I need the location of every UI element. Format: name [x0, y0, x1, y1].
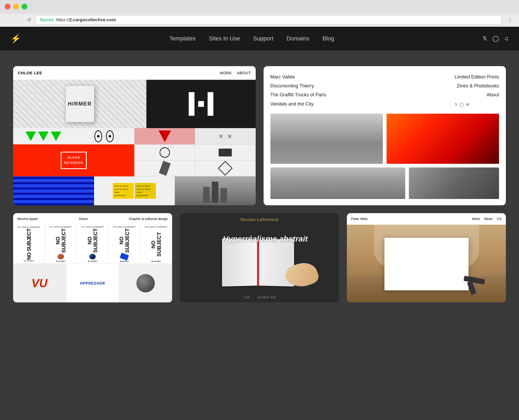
twitter-icon[interactable]: 𝕏 [482, 35, 487, 42]
mischa-body: IT'S JUST A CONCEPT NO SUBJECT 31-10-201… [13, 225, 172, 302]
nicolas-link-1[interactable]: Link [243, 295, 250, 299]
mischa-description: Graphic & editorial design [129, 217, 168, 221]
forward-button[interactable]: → [15, 16, 22, 24]
peter-nav-news[interactable]: News [484, 217, 493, 221]
marc-right-1[interactable]: Limited Edition Prints [455, 72, 499, 81]
h-logo-shape [189, 92, 213, 116]
instagram-icon[interactable]: ◯ [492, 35, 499, 42]
x-marks-cell: × × [195, 128, 256, 144]
mischa-name: Mischa Appel [17, 217, 38, 221]
vu-text: VU [32, 277, 48, 289]
h-logo-cell [146, 80, 255, 128]
marc-photos-bottom [270, 167, 499, 199]
peter-body [347, 225, 506, 302]
hirmer-book: HIRMER [65, 86, 94, 122]
x-mark-1: × [219, 132, 223, 141]
mischa-poster-3: IT'S JUST A CONCEPT NO SUBJECT 31-10-201… [77, 225, 109, 264]
arrow-1 [25, 132, 36, 141]
green-arrows-cell [13, 128, 74, 144]
marc-item-2[interactable]: Documenting Thierry [270, 81, 326, 90]
card-nicolas-lallemand[interactable]: Nicolas Lallemand Hyperréalisme abstrait [180, 213, 339, 302]
secure-badge: Secure [40, 18, 54, 22]
marc-item-3[interactable]: The Graffiti Trucks of Paris [270, 90, 326, 99]
mischa-about[interactable]: About [79, 217, 88, 221]
hirmer-cell: HIRMER [13, 80, 146, 128]
marc-right-2[interactable]: Zines & Photobooks [455, 81, 499, 90]
nicolas-header: Nicolas Lallemand [180, 213, 339, 226]
peter-nav: Work News CV [472, 217, 502, 221]
chloe-nav: WORK ABOUT [220, 71, 251, 75]
mischa-vu-cell: VU [13, 264, 66, 302]
peter-nav-cv[interactable]: CV [497, 217, 502, 221]
nicolas-link-2[interactable]: Another link [258, 295, 276, 299]
arrow-2 [38, 132, 49, 141]
nav-domains[interactable]: Domains [286, 35, 309, 42]
close-button[interactable] [5, 4, 11, 9]
card-mischa-appel[interactable]: Mischa Appel About Graphic & editorial d… [13, 213, 172, 302]
eye-2 [106, 130, 114, 142]
marc-nav-right: Limited Edition Prints Zines & Photobook… [455, 72, 499, 108]
marc-photo-man [270, 114, 383, 164]
chloe-header: CHLOE LEE WORK ABOUT [13, 66, 256, 80]
yellow-tickets-cell: YEAR OF BIRTH YEAR OF DEATH TERM DESTINA… [94, 176, 175, 205]
soundcloud-icon[interactable]: ♫ [504, 35, 509, 42]
nav-templates[interactable]: Templates [169, 35, 196, 42]
minimize-button[interactable] [13, 4, 19, 9]
chloe-name: CHLOE LEE [18, 71, 42, 75]
bottom-grid: Mischa Appel About Graphic & editorial d… [13, 213, 506, 302]
peter-nav-work[interactable]: Work [472, 217, 480, 221]
mischa-poster-row: IT'S JUST A CONCEPT NO SUBJECT 31-10-201… [13, 225, 172, 264]
arch-photo-cell [175, 176, 256, 205]
nav-sites-in-use[interactable]: Sites In Use [209, 35, 240, 42]
nav-support[interactable]: Support [253, 35, 273, 42]
marc-inner: Marc Vallée Documenting Thierry The Graf… [264, 66, 506, 205]
url-display: https://2.cargocollective.com [56, 17, 116, 23]
card-chloe-lee[interactable]: CHLOE LEE WORK ABOUT HIRMER [13, 66, 256, 205]
chloe-nav-about[interactable]: ABOUT [237, 71, 251, 75]
address-bar[interactable]: Secure https://2.cargocollective.com [36, 15, 502, 24]
arrow-3 [51, 132, 61, 141]
site-logo[interactable]: ⚡ [11, 34, 21, 44]
bottom-row: YEAR OF BIRTH YEAR OF DEATH TERM DESTINA… [13, 176, 256, 205]
marc-photo-graffiti [409, 167, 499, 199]
ticket-1: YEAR OF BIRTH YEAR OF DEATH TERM DESTINA… [113, 183, 134, 199]
marc-instagram-icon[interactable]: ◯ [460, 101, 464, 108]
marc-twitter-icon[interactable]: 𝕏 [455, 101, 458, 108]
eye-1 [94, 130, 102, 142]
site-nav-links: Templates Sites In Use Support Domains B… [169, 35, 334, 42]
reload-button[interactable]: ↺ [25, 16, 33, 24]
mischa-bottom-row: VU OPPRESSOR [13, 264, 172, 302]
sphere-graphic [136, 274, 155, 292]
comic-panel-2 [195, 145, 255, 160]
olson-box: OLSON PETERSON [61, 152, 87, 169]
marc-nav-left: Marc Vallée Documenting Thierry The Graf… [270, 72, 326, 108]
browser-menu-button[interactable]: ⋮ [505, 15, 515, 24]
ticket-2: YEAR OF BIRTH YEAR OF DEATH TERM DESTINA… [135, 183, 156, 199]
marc-name: Marc Vallée [270, 72, 326, 81]
card-marc-vallee[interactable]: Marc Vallée Documenting Thierry The Graf… [264, 66, 506, 205]
x-mark-2: × [227, 132, 232, 141]
social-links: 𝕏 ◯ ♫ [482, 35, 509, 42]
marc-email-icon[interactable]: ✉ [466, 101, 469, 108]
nav-blog[interactable]: Blog [322, 35, 334, 42]
chloe-body: HIRMER [13, 80, 256, 205]
graphic-row: × × OLSON PETERSON [13, 128, 256, 176]
card-peter-welz[interactable]: Peter Welz Work News CV [347, 213, 506, 302]
fullscreen-button[interactable] [22, 4, 27, 9]
blue-stripes-cell [13, 176, 94, 205]
mischa-poster-2: IT'S JUST A CONCEPT NO SUBJECT 31-10-201… [45, 225, 77, 264]
nicolas-footer: Link Another link [180, 292, 339, 302]
mischa-header: Mischa Appel About Graphic & editorial d… [13, 213, 172, 225]
browser-chrome: ← → ↺ Secure https://2.cargocollective.c… [0, 0, 519, 27]
red-arrow [158, 130, 171, 142]
marc-photo-fire [387, 114, 499, 164]
mischa-sphere-cell [119, 264, 172, 302]
marc-item-4[interactable]: Vandals and the City [270, 99, 326, 108]
back-button[interactable]: ← [4, 16, 12, 24]
comic-panel-3 [135, 160, 195, 176]
chloe-nav-work[interactable]: WORK [220, 71, 232, 75]
marc-right-3[interactable]: About [455, 90, 499, 99]
peter-name: Peter Welz [351, 217, 368, 221]
site-nav: ⚡ Templates Sites In Use Support Domains… [0, 27, 519, 50]
traffic-lights [0, 0, 519, 13]
